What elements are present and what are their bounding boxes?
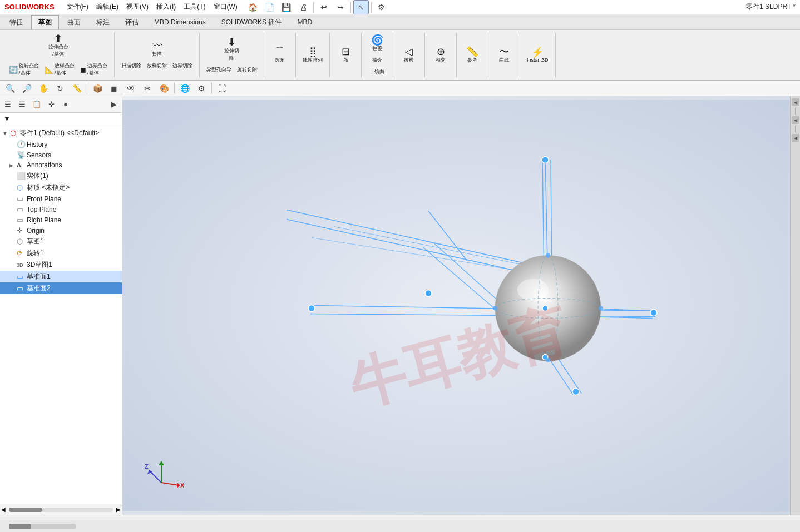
tab-markup[interactable]: 标注 [89,15,117,29]
instant3d-button[interactable]: ⚡ Instant3D [525,46,551,64]
menu-view[interactable]: 视图(V) [123,1,152,13]
annotations-expander[interactable]: ▶ [9,162,17,168]
extrude-cut-button[interactable]: ⬇ 拉伸切除 [221,36,243,63]
display-style-button[interactable]: ◼ [106,81,122,96]
ribbon-tab-bar: 特征 草图 曲面 标注 评估 MBD Dimensions SOLIDWORKS… [0,14,800,30]
rs-sep2 [795,126,796,132]
tree-item-plane1[interactable]: ▭ 基准面1 [0,271,122,282]
menu-bar[interactable]: 文件(F) 编辑(E) 视图(V) 插入(I) 工具(T) 窗口(W) [63,1,241,13]
tab-sketch[interactable]: 草图 [31,15,59,29]
extract-button[interactable]: 抽壳 [370,56,384,65]
fillet-button[interactable]: ⌒ 圆角 [269,46,291,65]
revolve-boss-button[interactable]: 🔄 旋转凸台/基体 [7,61,41,78]
loft-cut-button[interactable]: 放样切除 [145,61,169,71]
tab-evaluate[interactable]: 评估 [118,15,146,29]
reference-button[interactable]: 📏 参考 [461,46,483,65]
menu-file[interactable]: 文件(F) [63,1,92,13]
tree-item-right-plane[interactable]: ▭ Right Plane [0,215,122,225]
root-expander[interactable]: ▼ [2,130,10,136]
curve-button[interactable]: 〜 曲线 [493,46,515,65]
plane1-icon: ▭ [17,272,27,281]
hide-show-button[interactable]: 👁 [123,81,139,96]
zoom-to-fit-button[interactable]: 🔍 [2,81,18,96]
undo-button[interactable]: ↩ [316,0,332,14]
panel-btn-4[interactable]: ✛ [45,98,58,111]
open-button[interactable]: 📄 [262,0,278,14]
extrude-boss-button[interactable]: ⬆ 拉伸凸台/基体 [46,32,71,59]
panel-btn-5[interactable]: ● [59,98,72,111]
tree-item-front-plane[interactable]: ▭ Front Plane [0,193,122,204]
tree-filter[interactable]: ▼ [0,113,122,125]
rotate-button[interactable]: ↻ [52,81,68,96]
section-view-button[interactable]: ✂ [140,81,155,96]
tree-item-annotations[interactable]: ▶ A Annotations [0,160,122,170]
tree-item-top-plane[interactable]: ▭ Top Plane [0,204,122,215]
sweep-button[interactable]: 〰 扫描 [146,39,168,59]
ribbon-group-wrap: 🌀 包覆 抽壳 ‖ 镜向 [364,33,393,77]
revolve1-label: 旋转1 [27,248,44,258]
zoom-button[interactable]: 🔎 [19,81,34,96]
new-button[interactable]: 🏠 [245,0,261,14]
view-toolbar: 🔍 🔎 ✋ ↻ 📏 📦 ◼ 👁 ✂ 🎨 🌐 ⚙ ⛶ [0,81,800,96]
tree-item-3dsketch1[interactable]: 3D 3D草图1 [0,259,122,271]
menu-window[interactable]: 窗口(W) [210,1,241,13]
panel-scroll-track[interactable] [9,508,113,512]
select-button[interactable]: ↖ [353,0,369,14]
redo-button[interactable]: ↪ [333,0,348,14]
measure-button[interactable]: 📏 [69,81,85,96]
hole-wizard-button[interactable]: 异型孔向导 [204,65,234,74]
tab-sw-addins[interactable]: SOLIDWORKS 插件 [214,15,289,29]
print-button[interactable]: 🖨 [295,0,311,14]
tab-surface[interactable]: 曲面 [60,15,88,29]
tab-mbd[interactable]: MBD [290,16,319,28]
options-button[interactable]: ⚙ [374,0,389,14]
view-orientation-button[interactable]: 📦 [90,81,105,96]
tree-item-origin[interactable]: ✛ Origin [0,225,122,236]
menu-insert[interactable]: 插入(I) [153,1,179,13]
scene-button[interactable]: 🌐 [177,81,192,96]
boundary-cut-button[interactable]: 边界切除 [170,61,195,71]
save-button[interactable]: 💾 [279,0,294,14]
scroll-right-btn[interactable]: ▶ [115,506,122,513]
linear-pattern-button[interactable]: ⣿ 线性阵列 [300,46,325,65]
intersect-button[interactable]: ⊕ 相交 [429,46,452,65]
scroll-left-btn[interactable]: ◀ [0,506,7,513]
pan-button[interactable]: ✋ [36,81,51,96]
tree-root-item[interactable]: ▼ ⬡ 零件1 (Default) <<Default> [0,127,122,139]
tree-item-sketch1[interactable]: ⬡ 草图1 [0,236,122,247]
tab-mbd-dimensions[interactable]: MBD Dimensions [147,16,213,28]
revolve-cut-button[interactable]: 旋转切除 [235,65,259,74]
statusbar-scroll-thumb [9,524,31,529]
rib-button[interactable]: ⊟ 筋 [334,46,357,65]
statusbar-scrollbar[interactable] [9,524,76,529]
collapse-btn-2[interactable]: ◀ [792,116,799,124]
tree-item-material[interactable]: ⬡ 材质 <未指定> [0,182,122,193]
panel-btn-3[interactable]: 📋 [30,98,43,111]
menu-tools[interactable]: 工具(T) [180,1,209,13]
menu-edit[interactable]: 编辑(E) [93,1,122,13]
panel-btn-1[interactable]: ☰ [1,98,14,111]
draft-button[interactable]: ◁ 拔模 [398,46,420,65]
tab-features[interactable]: 特征 [2,15,30,29]
tree-item-history[interactable]: 🕐 History [0,139,122,150]
collapse-btn-1[interactable]: ◀ [792,98,799,106]
feature-tree: ▼ ⬡ 零件1 (Default) <<Default> 🕐 History 📡… [0,125,122,504]
revolve1-icon: ⟳ [17,249,27,257]
tree-item-sensors[interactable]: 📡 Sensors [0,150,122,160]
mirror-button[interactable]: ‖ 镜向 [368,67,387,77]
loft-boss-button[interactable]: 📐 放样凸台/基体 [42,61,77,78]
sweep-cut-button[interactable]: 扫描切除 [119,61,144,71]
boundary-boss-button[interactable]: ◼ 边界凸台/基体 [78,61,110,78]
tree-item-plane2[interactable]: ▭ 基准面2 [0,282,122,294]
full-screen-button[interactable]: ⛶ [214,81,230,96]
panel-expand[interactable]: ▶ [107,98,121,111]
viewport[interactable]: ◀ ▭ 基准面2 [122,96,800,515]
tree-item-revolve1[interactable]: ⟳ 旋转1 [0,247,122,259]
wrap-button[interactable]: 🌀 包覆 [366,34,388,53]
view-settings-button[interactable]: ⚙ [194,81,209,96]
appearance-button[interactable]: 🎨 [156,81,172,96]
collapse-btn-3[interactable]: ◀ [792,134,799,142]
tree-item-solid[interactable]: ⬜ 实体(1) [0,170,122,182]
panel-scrollbar[interactable]: ◀ ▶ [0,504,122,515]
panel-btn-2[interactable]: ☰ [16,98,29,111]
